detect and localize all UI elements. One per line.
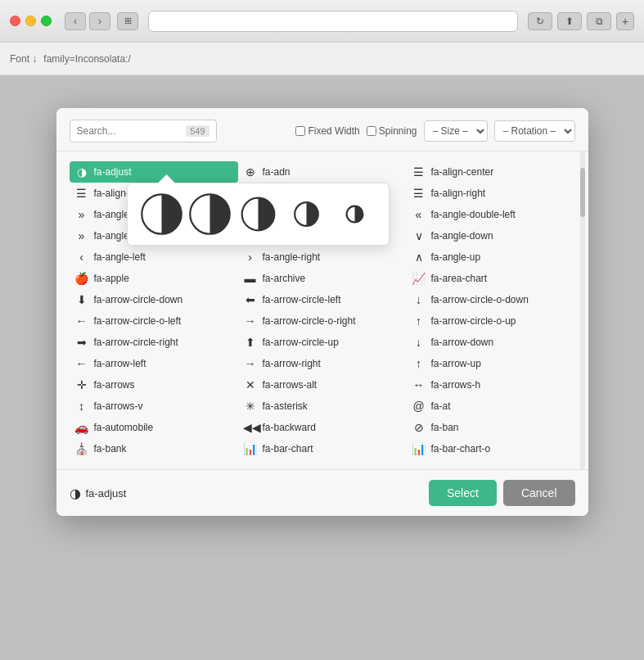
- icon-symbol: »: [74, 208, 89, 221]
- icon-symbol: ↕: [74, 400, 89, 413]
- fixed-width-checkbox[interactable]: [295, 126, 305, 136]
- icon-label: fa-arrow-circle-down: [94, 294, 183, 305]
- list-item[interactable]: →fa-arrow-circle-o-right: [238, 310, 407, 332]
- minimize-button[interactable]: [25, 16, 36, 26]
- modal-header: 549 Fixed Width Spinning – Size –: [56, 108, 588, 151]
- list-item[interactable]: ⛪fa-bank: [70, 438, 238, 459]
- forward-button[interactable]: ›: [89, 12, 110, 30]
- list-item[interactable]: ✛fa-arrows: [70, 374, 238, 396]
- topbar-label: Font ↓: [10, 53, 37, 65]
- list-item[interactable]: ✳fa-asterisk: [238, 396, 407, 417]
- list-item[interactable]: ∨fa-angle-down: [407, 225, 575, 246]
- list-item[interactable]: ▬fa-archive: [238, 268, 407, 289]
- list-item[interactable]: @fa-at: [407, 396, 575, 417]
- list-item[interactable]: ↓fa-arrow-down: [407, 332, 575, 353]
- list-item[interactable]: 🍎fa-apple: [70, 268, 238, 289]
- list-item[interactable]: ⊘fa-ban: [407, 417, 575, 438]
- preview-icon-4: [284, 192, 329, 237]
- icon-picker-modal: 549 Fixed Width Spinning – Size –: [56, 108, 588, 516]
- list-item[interactable]: ⬆fa-arrow-circle-up: [238, 332, 407, 353]
- window-view-button[interactable]: ⊞: [117, 12, 138, 30]
- back-button[interactable]: ‹: [65, 12, 86, 30]
- list-item[interactable]: ↑fa-arrow-up: [407, 353, 575, 374]
- icon-symbol: ∨: [412, 229, 426, 242]
- icon-label: fa-backward: [263, 422, 316, 433]
- list-item[interactable]: ∧fa-angle-up: [407, 246, 575, 268]
- icon-symbol: ⊕: [243, 165, 258, 179]
- icon-label: fa-arrow-circle-o-up: [431, 315, 516, 327]
- rotation-dropdown[interactable]: – Rotation – 90180270: [494, 120, 575, 142]
- list-item[interactable]: →fa-arrow-right: [238, 353, 407, 374]
- list-item[interactable]: ☰fa-align-right: [407, 183, 575, 204]
- icon-symbol: ▬: [243, 272, 258, 285]
- icon-label: fa-arrow-circle-right: [94, 337, 178, 348]
- list-item[interactable]: ›fa-angle-right: [238, 246, 407, 268]
- modal-footer: ◑ fa-adjust Select Cancel: [56, 469, 588, 516]
- list-item[interactable]: ↔fa-arrows-h: [407, 374, 575, 396]
- footer-buttons: Select Cancel: [429, 480, 575, 506]
- icon-symbol: ↓: [412, 293, 426, 306]
- list-item[interactable]: «fa-angle-double-left: [407, 204, 575, 225]
- icon-label: fa-archive: [263, 273, 306, 284]
- list-item[interactable]: ☰fa-align-center: [407, 161, 575, 183]
- fixed-width-label[interactable]: Fixed Width: [295, 125, 359, 137]
- scrollbar-thumb[interactable]: [580, 168, 585, 217]
- icon-symbol: ☰: [412, 187, 426, 200]
- list-item[interactable]: ◀◀fa-backward: [238, 417, 407, 438]
- search-box[interactable]: 549: [70, 120, 217, 142]
- icon-symbol: →: [243, 314, 258, 328]
- maximize-button[interactable]: [41, 16, 52, 26]
- list-item[interactable]: ⬇fa-arrow-circle-down: [70, 289, 238, 310]
- icon-symbol: ➡: [74, 336, 89, 349]
- icon-symbol: ‹: [74, 251, 89, 264]
- list-item[interactable]: 📈fa-area-chart: [407, 268, 575, 289]
- list-item[interactable]: ⬅fa-arrow-circle-left: [238, 289, 407, 310]
- list-item[interactable]: ⊕fa-adn: [238, 161, 407, 183]
- list-item[interactable]: ✕fa-arrows-alt: [238, 374, 407, 396]
- share-button[interactable]: ⬆: [557, 12, 582, 30]
- list-item[interactable]: ➡fa-arrow-circle-right: [70, 332, 238, 353]
- icon-label: fa-arrows-v: [94, 400, 143, 412]
- list-item[interactable]: ←fa-arrow-circle-o-left: [70, 310, 238, 332]
- icon-label: fa-arrow-circle-left: [263, 294, 341, 305]
- icon-label: fa-arrows-h: [431, 379, 481, 391]
- icon-symbol: ⊘: [412, 421, 426, 434]
- list-item[interactable]: 🚗fa-automobile: [70, 417, 238, 438]
- list-item[interactable]: 📊fa-bar-chart: [238, 438, 407, 459]
- list-item[interactable]: ↕fa-arrows-v: [70, 396, 238, 417]
- list-item[interactable]: ↑fa-arrow-circle-o-up: [407, 310, 575, 332]
- footer-selected-info: ◑ fa-adjust: [70, 486, 127, 501]
- list-item[interactable]: ↓fa-arrow-circle-o-down: [407, 289, 575, 310]
- icon-label: fa-angle-double-left: [431, 209, 516, 220]
- refresh-button[interactable]: ↻: [528, 12, 552, 30]
- size-dropdown[interactable]: – Size – xssmlg 2x3x4x5x: [424, 120, 488, 142]
- new-tab-button[interactable]: +: [616, 12, 634, 30]
- list-item[interactable]: ‹fa-angle-left: [70, 246, 238, 268]
- modal-body: ◑fa-adjust⊕fa-adn☰fa-align-center☰fa-ali…: [56, 151, 588, 469]
- list-item[interactable]: ←fa-arrow-left: [70, 353, 238, 374]
- cancel-button[interactable]: Cancel: [503, 480, 575, 506]
- titlebar: ‹ › ⊞ ↻ ⬆ ⧉ +: [0, 0, 644, 43]
- scrollbar-track[interactable]: [580, 151, 585, 469]
- icon-symbol: ◑: [74, 165, 89, 179]
- icon-symbol: 🚗: [74, 421, 89, 434]
- fixed-width-text: Fixed Width: [308, 125, 359, 137]
- select-button[interactable]: Select: [429, 480, 497, 506]
- search-input[interactable]: [77, 125, 182, 137]
- list-item[interactable]: 📊fa-bar-chart-o: [407, 438, 575, 459]
- preview-icon-3: [236, 192, 281, 237]
- spinning-label[interactable]: Spinning: [367, 125, 417, 137]
- icon-label: fa-arrow-left: [94, 358, 146, 369]
- spinning-checkbox[interactable]: [367, 126, 376, 136]
- preview-icon-2: [187, 192, 232, 237]
- icon-label: fa-apple: [94, 273, 129, 284]
- icon-symbol: »: [74, 229, 89, 242]
- list-item[interactable]: ◑fa-adjust: [70, 161, 238, 183]
- duplicate-button[interactable]: ⧉: [587, 12, 611, 30]
- address-bar[interactable]: [148, 11, 518, 32]
- traffic-lights: [10, 16, 52, 26]
- close-button[interactable]: [10, 16, 20, 26]
- nav-buttons: ‹ ›: [65, 12, 110, 30]
- icon-symbol: 📊: [412, 442, 426, 455]
- icon-symbol: ◀◀: [243, 421, 258, 434]
